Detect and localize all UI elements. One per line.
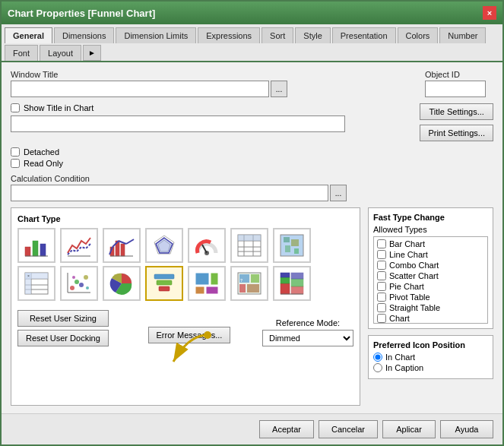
tab-presentation[interactable]: Presentation [332,27,396,43]
cancel-button[interactable]: Cancelar [319,420,378,438]
gauge-chart-icon[interactable] [188,228,226,263]
svg-point-39 [74,280,79,284]
svg-rect-24 [238,235,261,241]
calc-condition-input-row: ... [11,185,493,201]
window-title-group: Window Title Funnel Chart ... [11,70,417,97]
svg-rect-1 [33,241,38,256]
treemap-icon[interactable] [188,266,226,301]
type-chart-label: Chart [389,314,410,323]
block-chart-icon[interactable]: ? [230,266,268,301]
object-id-label: Object ID [425,70,493,79]
help-button[interactable]: Ayuda [440,420,493,438]
in-caption-label: In Caption [385,363,423,372]
calc-condition-input[interactable] [11,185,328,201]
reference-mode-label: Reference Mode: [276,318,340,327]
tab-more[interactable]: ► [83,45,101,61]
radar-chart-icon[interactable] [145,228,183,263]
type-straight-table-checkbox[interactable] [377,303,386,312]
svg-point-40 [79,283,84,287]
table-chart-icon[interactable] [230,228,268,263]
pie-chart-icon[interactable] [103,266,141,301]
type-combo-chart-checkbox[interactable] [377,261,386,270]
print-settings-button[interactable]: Print Settings... [420,125,493,141]
svg-rect-65 [291,273,303,279]
allowed-types-title: Allowed Types [373,225,488,234]
window-title-input-row: Funnel Chart ... [11,81,417,97]
reset-sizing-button[interactable]: Reset User Sizing [17,310,109,327]
detached-label: Detached [24,147,59,157]
reference-mode-select[interactable]: Dimmed Hidden Grayed [262,330,353,346]
window-title-dots-button[interactable]: ... [271,81,287,97]
tab-layout[interactable]: Layout [40,45,81,61]
tab-font[interactable]: Font [5,45,38,61]
in-chart-radio[interactable] [373,353,382,362]
bar-chart-icon[interactable] [17,228,55,263]
object-id-input[interactable]: CH33 [425,81,486,97]
chart-icon-grid: × [17,228,353,301]
type-line-chart-checkbox[interactable] [377,250,386,259]
tab-style[interactable]: Style [295,27,330,43]
type-combo-chart: Combo Chart [376,260,486,270]
svg-rect-29 [294,248,299,254]
funnel-chart-icon[interactable] [145,266,183,301]
svg-rect-60 [281,283,290,294]
svg-rect-63 [291,286,303,294]
right-panel: Fast Type Change Allowed Types Bar Chart… [368,207,493,406]
type-chart-checkbox[interactable] [377,314,386,323]
error-messages-button[interactable]: Error Messages... [148,327,231,343]
tab-dimensions[interactable]: Dimensions [54,27,114,43]
type-bar-chart-checkbox[interactable] [377,239,386,248]
svg-point-43 [86,286,89,289]
svg-rect-62 [281,273,290,277]
tab-colors[interactable]: Colors [398,27,439,43]
svg-rect-27 [291,239,299,246]
line-chart-icon[interactable] [60,228,98,263]
type-pivot-table-checkbox[interactable] [377,293,386,302]
tab-sort[interactable]: Sort [262,27,293,43]
chart-area: Chart Type [11,207,493,406]
type-scatter-chart-checkbox[interactable] [377,271,386,280]
window-title-input[interactable]: Funnel Chart [11,81,269,97]
tab-number[interactable]: Number [439,27,486,43]
in-chart-radio-row: In Chart [373,353,488,362]
read-only-checkbox[interactable] [11,159,20,168]
type-chart: Chart [376,313,486,324]
window-title-label: Window Title [11,70,417,79]
svg-point-38 [70,286,74,290]
show-title-checkbox[interactable] [11,103,20,112]
calc-condition-dots-button[interactable]: ... [330,185,347,201]
in-caption-radio[interactable] [373,363,382,372]
type-pie-chart-label: Pie Chart [389,282,424,291]
map-chart-icon[interactable] [273,228,311,263]
svg-rect-50 [195,273,209,285]
reset-docking-button[interactable]: Reset User Docking [17,330,109,346]
type-bar-chart: Bar Chart [376,239,486,249]
type-pie-chart-checkbox[interactable] [377,282,386,291]
tab-expressions[interactable]: Expressions [198,27,260,43]
svg-line-11 [126,239,134,244]
svg-rect-26 [284,237,290,242]
close-button[interactable]: × [483,6,496,20]
window-title: Chart Properties [Funnel Chart] [8,8,155,19]
combo-chart-icon[interactable] [103,228,141,263]
title-settings-button[interactable]: Title Settings... [420,103,493,120]
reference-mode-group: Reference Mode: Dimmed Hidden Grayed [262,318,353,346]
tab-general[interactable]: General [5,27,52,43]
mekko-chart-icon[interactable] [273,266,311,301]
formula-input[interactable]: ='Sales vs Budget' & vCurrency [11,115,345,132]
cross-table-icon[interactable]: × [17,266,55,301]
accept-button[interactable]: Aceptar [259,420,314,438]
tab-dimension-limits[interactable]: Dimension Limits [116,27,196,43]
fast-type-box: Fast Type Change Allowed Types Bar Chart… [368,207,493,329]
svg-point-41 [84,275,88,280]
svg-rect-56 [251,274,259,283]
read-only-label: Read Only [24,159,63,168]
detached-checkbox[interactable] [11,147,20,157]
scatter-chart-icon[interactable] [60,266,98,301]
apply-button[interactable]: Aplicar [382,420,436,438]
svg-point-42 [72,276,75,279]
in-caption-radio-row: In Caption [373,363,488,372]
calc-condition-group: Calculation Condition ... [11,174,493,201]
svg-rect-0 [25,247,30,256]
icon-position-box: Preferred Icon Position In Chart In Capt… [368,335,493,379]
